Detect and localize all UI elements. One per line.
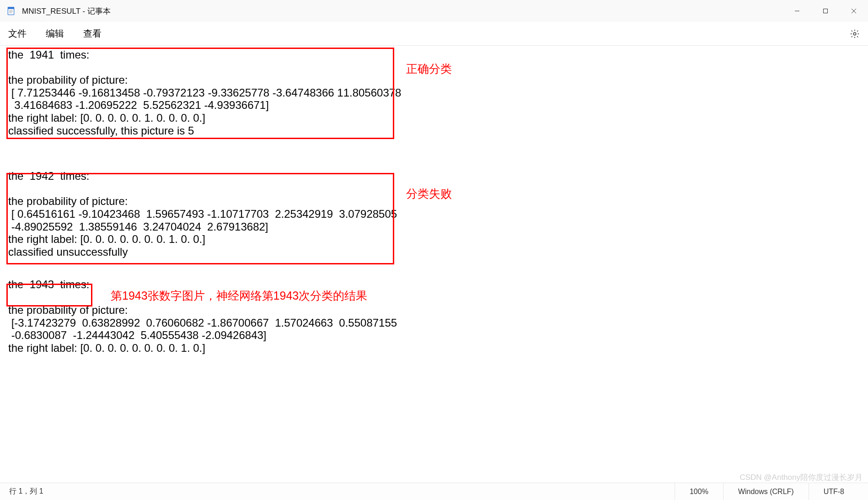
titlebar: MNIST_RESULT - 记事本: [0, 0, 868, 22]
status-zoom: 100%: [675, 483, 723, 500]
menubar: 文件 编辑 查看: [0, 22, 868, 46]
close-button[interactable]: [840, 0, 868, 22]
text-block-1942: the 1942 times: the probability of pictu…: [0, 170, 868, 258]
svg-point-9: [853, 32, 856, 35]
menu-view[interactable]: 查看: [83, 27, 102, 40]
status-encoding: UTF-8: [809, 483, 859, 500]
window-title: MNIST_RESULT - 记事本: [22, 6, 111, 16]
svg-rect-6: [824, 9, 828, 13]
settings-button[interactable]: [850, 22, 860, 46]
text-block-1943-body: the probability of picture: [-3.17423279…: [0, 304, 868, 354]
notepad-icon: [6, 6, 16, 16]
editor-area[interactable]: the 1941 times: the probability of pictu…: [0, 46, 868, 483]
annotation-label-failed: 分类失败: [406, 187, 452, 200]
text-block-1941: the 1941 times: the probability of pictu…: [0, 48, 868, 137]
maximize-button[interactable]: [811, 0, 840, 22]
annotation-label-correct: 正确分类: [406, 62, 452, 75]
minimize-button[interactable]: [783, 0, 811, 22]
statusbar: 行 1，列 1 100% Windows (CRLF) UTF-8: [0, 483, 868, 500]
window-controls: [783, 0, 868, 22]
menu-edit[interactable]: 编辑: [46, 27, 64, 40]
annotation-label-1943: 第1943张数字图片，神经网络第1943次分类的结果: [111, 289, 367, 302]
spacer: [0, 137, 868, 170]
svg-rect-1: [8, 7, 14, 9]
menu-file[interactable]: 文件: [8, 27, 27, 40]
status-position: 行 1，列 1: [9, 487, 43, 496]
spacer: [0, 258, 868, 278]
status-line-ending: Windows (CRLF): [723, 483, 809, 500]
